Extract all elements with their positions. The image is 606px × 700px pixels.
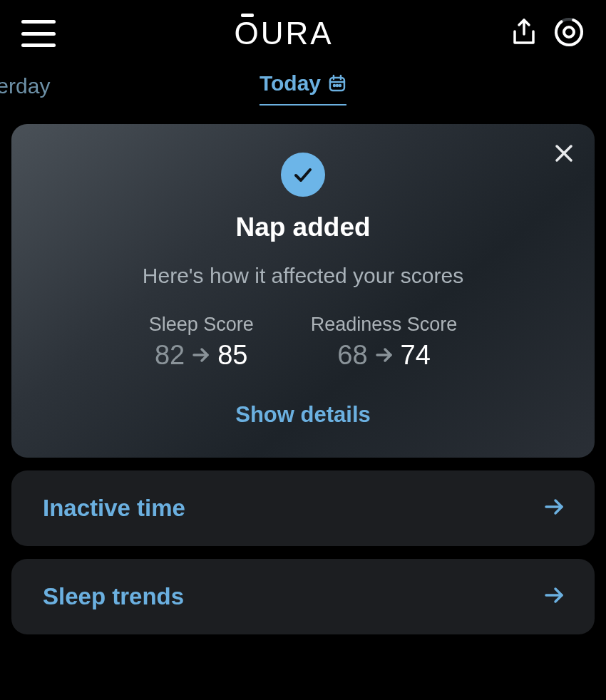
brand-text: OURA — [234, 16, 333, 51]
sleep-trends-row[interactable]: Sleep trends — [11, 559, 595, 634]
sleep-score-before: 82 — [155, 340, 185, 371]
close-icon — [553, 143, 575, 164]
menu-button[interactable] — [21, 20, 57, 47]
profile-ring-button[interactable] — [553, 16, 585, 51]
day-tabs: sterday Today — [0, 61, 606, 113]
nap-added-card: Nap added Here's how it affected your sc… — [11, 124, 595, 458]
hamburger-icon — [21, 32, 56, 36]
readiness-score-label: Readiness Score — [311, 314, 458, 336]
check-icon — [291, 163, 315, 187]
readiness-score-values: 68 74 — [337, 340, 431, 371]
sleep-score-label: Sleep Score — [149, 314, 254, 336]
hamburger-icon — [21, 20, 56, 24]
sleep-score-values: 82 85 — [155, 340, 248, 371]
readiness-score-after: 74 — [401, 340, 431, 371]
show-details-button[interactable]: Show details — [33, 402, 573, 428]
ring-progress-icon — [553, 16, 585, 48]
check-badge — [281, 153, 325, 197]
sleep-trends-label: Sleep trends — [43, 583, 184, 610]
tab-yesterday[interactable]: sterday — [0, 74, 50, 98]
arrow-right-icon — [375, 340, 394, 371]
svg-point-6 — [339, 85, 341, 86]
hamburger-icon — [21, 43, 56, 47]
close-button[interactable] — [553, 143, 575, 167]
readiness-score-before: 68 — [337, 340, 367, 371]
sleep-score-block: Sleep Score 82 85 — [149, 314, 254, 371]
app-header: OURA — [0, 0, 606, 61]
brand-logo: OURA — [234, 16, 333, 51]
svg-point-5 — [337, 85, 338, 86]
header-actions — [510, 16, 585, 51]
score-grid: Sleep Score 82 85 Readiness Score 68 — [33, 314, 573, 371]
tab-today[interactable]: Today — [260, 71, 346, 105]
svg-point-1 — [553, 16, 585, 48]
card-subtitle: Here's how it affected your scores — [33, 264, 573, 288]
chevron-right-icon — [543, 584, 566, 609]
logo-macron-icon — [241, 14, 254, 17]
share-icon — [510, 18, 538, 46]
arrow-right-icon — [192, 340, 210, 371]
inactive-time-label: Inactive time — [43, 495, 185, 522]
share-button[interactable] — [510, 18, 538, 49]
inactive-time-row[interactable]: Inactive time — [11, 470, 595, 546]
tab-today-label: Today — [260, 71, 321, 96]
svg-point-4 — [334, 85, 335, 86]
card-title: Nap added — [33, 212, 573, 242]
readiness-score-block: Readiness Score 68 74 — [311, 314, 458, 371]
calendar-icon — [328, 74, 346, 93]
sleep-score-after: 85 — [217, 340, 247, 371]
chevron-right-icon — [543, 495, 566, 521]
svg-point-2 — [564, 27, 574, 37]
